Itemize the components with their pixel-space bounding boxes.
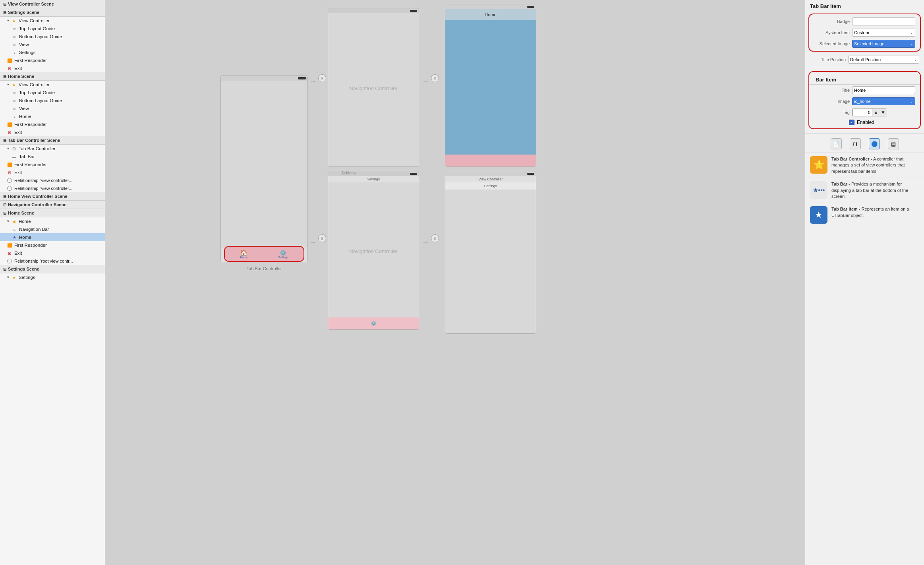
bar-item-title: Bar Item bbox=[809, 74, 920, 85]
tree-item-settings2-vc[interactable]: ▼ ● Settings bbox=[0, 273, 105, 281]
arrow-h-1: → bbox=[309, 77, 317, 86]
icon-rect-home1-top: ▭ bbox=[11, 89, 17, 96]
bottom-tab-file[interactable]: 📄 bbox=[831, 138, 842, 149]
icon-red-home2: ⊠ bbox=[6, 250, 13, 256]
title-label: Title bbox=[814, 88, 850, 93]
tree-item-home2-rel[interactable]: Relationship "root view contr... bbox=[0, 257, 105, 265]
scene-header-nav-ctrl: ⊞ Navigation Controller Scene bbox=[0, 201, 105, 209]
tree-item-tabbar-bar[interactable]: ▬ Tab Bar bbox=[0, 153, 105, 161]
tree-item-home2-firstresponder[interactable]: 🟧 First Responder bbox=[0, 241, 105, 249]
tree-item-home1-bottom-layout[interactable]: ▭ Bottom Layout Guide bbox=[0, 97, 105, 104]
vc-phone-frame: View Controller Settings bbox=[445, 171, 536, 334]
stepper-down[interactable]: ▼ bbox=[880, 109, 887, 116]
tree-item-settings-firstresponder[interactable]: 🟧 First Responder bbox=[0, 56, 105, 64]
form-row-title-position: Title Position Default Position ⌄ bbox=[805, 54, 924, 65]
panel-tab-bar-item-title: Tab Bar Item bbox=[805, 0, 924, 11]
tab-bar-controller-frame: 🏠 Home ⚙️ Settings bbox=[220, 75, 308, 262]
tree-item-home1-exit[interactable]: ⊠ Exit bbox=[0, 128, 105, 136]
icon-yellow-home1: ● bbox=[11, 81, 17, 88]
scene-icon-homevc: ⊞ bbox=[3, 194, 6, 199]
tab-bar-controller-label: Tab Bar Controller bbox=[222, 266, 306, 271]
tree-item-settings-back[interactable]: ‹ Settings bbox=[0, 48, 105, 56]
icon-yellow-home2: ◀ bbox=[11, 218, 17, 224]
nav-ctrl-label-2: Navigation Controller bbox=[328, 248, 419, 254]
tree-item-home2-homestar[interactable]: ★ Home bbox=[0, 233, 105, 241]
divider-1 bbox=[805, 67, 924, 67]
icon-circle-rel2 bbox=[6, 185, 13, 192]
nav-ctrl-label-1: Navigation Controller bbox=[328, 85, 419, 91]
help-item-tab-bar-item: ★ Tab Bar Item - Represents an item on a… bbox=[805, 203, 924, 227]
icon-rect-navbar: ▭ bbox=[11, 226, 17, 232]
stepper-up[interactable]: ▲ bbox=[872, 109, 880, 116]
tree-item-settings-exit[interactable]: ⊠ Exit bbox=[0, 64, 105, 72]
form-row-title: Title Home bbox=[809, 85, 920, 96]
form-row-image: Image ic_home ⌄ bbox=[809, 96, 920, 107]
icon-orange-home2: 🟧 bbox=[6, 242, 13, 248]
icon-orange-home1: 🟧 bbox=[6, 121, 13, 128]
image-select[interactable]: ic_home ⌄ bbox=[852, 97, 915, 105]
help-icon-tbi: ★ bbox=[810, 206, 827, 224]
scene-icon-tabbar: ⊞ bbox=[3, 138, 6, 143]
tree-item-settings-vc[interactable]: ▼ ● View Controller bbox=[0, 17, 105, 25]
home-phone-frame: Home 🏠 Home bbox=[445, 4, 536, 167]
icon-red-tabbar: ⊠ bbox=[6, 169, 13, 176]
scene-icon-settings: ⊞ bbox=[3, 10, 6, 15]
divider-2 bbox=[805, 133, 924, 134]
tree-item-tabbar-rel1[interactable]: Relationship "view controller... bbox=[0, 176, 105, 184]
icon-orange-tabbar: 🟧 bbox=[6, 161, 13, 168]
tree-item-tabbar-controller[interactable]: ▼ ⊞ Tab Bar Controller bbox=[0, 145, 105, 153]
tag-stepper[interactable]: 0 ▲ ▼ bbox=[852, 108, 887, 116]
tree-item-home1-view[interactable]: ▭ View bbox=[0, 104, 105, 112]
tree-item-home1-back[interactable]: ‹ Home bbox=[0, 112, 105, 120]
system-item-select[interactable]: Custom ⌄ bbox=[852, 29, 915, 37]
tag-value: 0 bbox=[852, 109, 872, 116]
connector-4: ⊖ bbox=[431, 234, 439, 242]
icon-rect-home1-bottom: ▭ bbox=[11, 97, 17, 104]
tree-item-settings-view[interactable]: ▭ View bbox=[0, 41, 105, 48]
help-icon-tbc: ⭐ bbox=[810, 156, 827, 174]
arrow-h-3: → bbox=[309, 238, 317, 247]
bottom-tab-circle[interactable]: 🔵 bbox=[869, 138, 880, 149]
tree-item-home1-top-layout[interactable]: ▭ Top Layout Guide bbox=[0, 89, 105, 97]
tree-item-tabbar-exit[interactable]: ⊠ Exit bbox=[0, 168, 105, 176]
tag-label: Tag bbox=[814, 110, 850, 115]
tree-item-home1-vc[interactable]: ▼ ● View Controller bbox=[0, 81, 105, 89]
bottom-tab-code[interactable]: { } bbox=[850, 138, 861, 149]
title-input[interactable]: Home bbox=[852, 86, 915, 94]
scene-header-home-vc-scene: ⊞ Home View Controller Scene bbox=[0, 192, 105, 201]
title-position-label: Title Position bbox=[810, 57, 846, 62]
scene-icon-navctr: ⊞ bbox=[3, 203, 6, 207]
tree-item-home2-exit[interactable]: ⊠ Exit bbox=[0, 249, 105, 257]
help-item-tab-bar-controller: ⭐ Tab Bar Controller - A controller that… bbox=[805, 153, 924, 178]
selected-image-select[interactable]: Selected Image ⌄ bbox=[852, 40, 915, 48]
badge-input[interactable] bbox=[852, 17, 915, 25]
scene-header-view-controller-scene: ⊞ View Controller Scene bbox=[0, 0, 105, 8]
scene-icon-settings2: ⊞ bbox=[3, 267, 6, 271]
tree-item-home1-firstresponder[interactable]: 🟧 First Responder bbox=[0, 120, 105, 128]
icon-orange-settings: 🟧 bbox=[6, 57, 13, 64]
bottom-tabs-bar: 📄 { } 🔵 ▤ bbox=[805, 135, 924, 153]
tree-item-settings-bottom-layout[interactable]: ▭ Bottom Layout Guide bbox=[0, 33, 105, 41]
selected-image-label: Selected Image bbox=[814, 41, 850, 46]
tab-item-settings-tbc: ⚙️ Settings bbox=[278, 250, 288, 259]
enabled-checkbox[interactable]: ✓ bbox=[849, 120, 854, 125]
tree-item-settings-top-layout[interactable]: ▭ Top Layout Guide bbox=[0, 25, 105, 33]
selected-image-arrow: ⌄ bbox=[910, 42, 913, 46]
tree-item-tabbar-rel2[interactable]: Relationship "view controller... bbox=[0, 184, 105, 192]
form-row-tag: Tag 0 ▲ ▼ bbox=[809, 107, 920, 118]
help-text-tbi: Tab Bar Item - Represents an item on a U… bbox=[831, 206, 919, 219]
tree-item-home2-navbar[interactable]: ▭ Navigation Bar bbox=[0, 225, 105, 233]
title-position-select[interactable]: Default Position ⌄ bbox=[848, 56, 919, 64]
scene-icon-vc: ⊞ bbox=[3, 2, 6, 6]
form-row-badge: Badge bbox=[809, 16, 920, 27]
connector-3: ⊖ bbox=[318, 234, 326, 242]
help-text-tabbar: Tab Bar - Provides a mechanism for displ… bbox=[831, 181, 919, 199]
scene-header-tabbar: ⊞ Tab Bar Controller Scene bbox=[0, 136, 105, 145]
scene-icon-home1: ⊞ bbox=[3, 74, 6, 79]
red-circle-bar-item: Bar Item Title Home Image ic_home ⌄ Tag … bbox=[808, 71, 921, 129]
bottom-tab-table[interactable]: ▤ bbox=[888, 138, 899, 149]
image-arrow: ⌄ bbox=[910, 99, 913, 103]
help-icon-tabbar: ★••• bbox=[810, 181, 827, 199]
tree-item-home2-home[interactable]: ▼ ◀ Home bbox=[0, 217, 105, 225]
tree-item-tabbar-firstresponder[interactable]: 🟧 First Responder bbox=[0, 161, 105, 168]
